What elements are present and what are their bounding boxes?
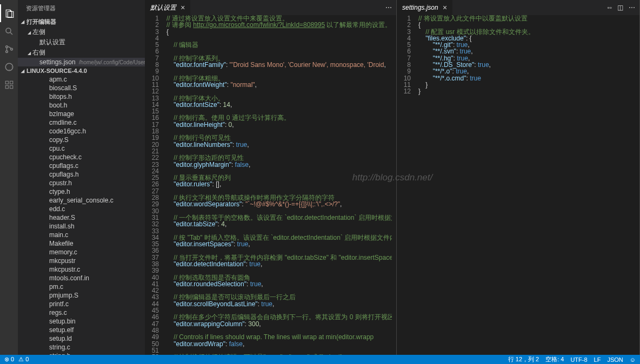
more-icon[interactable]: ⋯ bbox=[629, 4, 635, 11]
file-item[interactable]: code16gcc.h bbox=[18, 127, 145, 136]
code-area-left[interactable]: 1234567891011121314151617181920212223242… bbox=[145, 15, 396, 355]
file-item[interactable]: bitops.h bbox=[18, 92, 145, 101]
file-item[interactable]: bzImage bbox=[18, 110, 145, 118]
errors-count[interactable]: ⊗ 0 bbox=[4, 356, 14, 363]
open-editor-item[interactable]: 默认设置 bbox=[18, 37, 145, 48]
open-preview-icon[interactable]: ▫▫ bbox=[607, 4, 612, 11]
tabs-right: settings.json× ▫▫ ◫ ⋯ bbox=[397, 0, 639, 15]
cursor-position[interactable]: 行 12，列 2 bbox=[508, 355, 539, 363]
tabs-left: 默认设置× ⋯ bbox=[145, 0, 396, 15]
file-item[interactable]: printf.c bbox=[18, 300, 145, 308]
sidebar: 资源管理器 ◢打开编辑器 ◢ 左侧默认设置◢ 右侧settings.json /… bbox=[18, 0, 145, 364]
folder-name: LINUX-SOURCE-4.4.0 bbox=[26, 68, 87, 74]
code-area-right[interactable]: 123456789101112 // 将设置放入此文件中以覆盖默认设置{ // … bbox=[397, 15, 639, 355]
file-item[interactable]: setup.bin bbox=[18, 317, 145, 326]
files-icon[interactable] bbox=[0, 4, 18, 22]
file-item[interactable]: memory.c bbox=[18, 248, 145, 257]
more-icon[interactable]: ⋯ bbox=[385, 4, 392, 11]
file-item[interactable]: cpuflags.h bbox=[18, 170, 145, 179]
editor-group[interactable]: ◢ 右侧 bbox=[18, 48, 145, 58]
tab-default-settings[interactable]: 默认设置× bbox=[145, 0, 191, 15]
svg-point-1 bbox=[5, 45, 8, 48]
chevron-down-icon: ◢ bbox=[21, 69, 24, 73]
tab-label: settings.json bbox=[402, 4, 438, 11]
split-editor-icon[interactable]: ◫ bbox=[617, 4, 623, 11]
editor-pane-left: 默认设置× ⋯ 12345678910111213141516171819202… bbox=[145, 0, 397, 355]
activity-bar bbox=[0, 0, 18, 364]
git-icon[interactable] bbox=[0, 40, 18, 58]
file-item[interactable]: cpuflags.c bbox=[18, 161, 145, 170]
debug-icon[interactable] bbox=[0, 58, 18, 76]
chevron-down-icon: ◢ bbox=[21, 19, 24, 24]
svg-point-0 bbox=[6, 28, 11, 33]
folder-header[interactable]: ◢LINUX-SOURCE-4.4.0 bbox=[18, 66, 145, 75]
tab-label: 默认设置 bbox=[150, 3, 176, 12]
editor-group[interactable]: ◢ 左侧 bbox=[18, 27, 145, 37]
file-item[interactable]: pmjump.S bbox=[18, 291, 145, 300]
file-item[interactable]: copy.S bbox=[18, 136, 145, 144]
open-editor-item[interactable]: settings.json /home/jw/.config/Code/User bbox=[18, 58, 145, 66]
file-item[interactable]: setup.elf bbox=[18, 326, 145, 334]
file-item[interactable]: cpustr.h bbox=[18, 179, 145, 187]
close-icon[interactable]: × bbox=[181, 3, 185, 12]
extensions-icon[interactable] bbox=[0, 76, 18, 93]
encoding[interactable]: UTF-8 bbox=[570, 356, 587, 363]
eol[interactable]: LF bbox=[594, 356, 601, 363]
open-editors-label: 打开编辑器 bbox=[26, 18, 56, 26]
file-item[interactable]: early_serial_console.c bbox=[18, 196, 145, 205]
indentation[interactable]: 空格: 4 bbox=[545, 355, 564, 363]
search-icon[interactable] bbox=[0, 22, 18, 40]
file-item[interactable]: Makefile bbox=[18, 239, 145, 248]
file-item[interactable]: setup.ld bbox=[18, 334, 145, 343]
file-item[interactable]: install.sh bbox=[18, 222, 145, 231]
language-mode[interactable]: JSON bbox=[607, 356, 623, 363]
file-item[interactable]: mkcpustr.c bbox=[18, 265, 145, 274]
file-item[interactable]: bioscall.S bbox=[18, 84, 145, 92]
tab-actions: ⋯ bbox=[381, 0, 396, 15]
tab-settings-json[interactable]: settings.json× bbox=[397, 0, 453, 15]
editor-pane-right: settings.json× ▫▫ ◫ ⋯ 123456789101112 //… bbox=[397, 0, 640, 355]
svg-rect-6 bbox=[5, 85, 8, 88]
file-item[interactable]: cpu.c bbox=[18, 144, 145, 153]
sidebar-title: 资源管理器 bbox=[18, 0, 145, 17]
file-item[interactable]: cmdline.c bbox=[18, 118, 145, 127]
file-item[interactable]: header.S bbox=[18, 213, 145, 222]
file-item[interactable]: mkcpustr bbox=[18, 257, 145, 265]
file-item[interactable]: ctype.h bbox=[18, 187, 145, 196]
status-bar: ⊗ 0 ⚠ 0 行 12，列 2 空格: 4 UTF-8 LF JSON ☺ bbox=[0, 355, 640, 364]
feedback-icon[interactable]: ☺ bbox=[630, 356, 636, 363]
file-item[interactable]: string.c bbox=[18, 343, 145, 352]
open-editors-header[interactable]: ◢打开编辑器 bbox=[18, 17, 145, 27]
file-item[interactable]: mtools.conf.in bbox=[18, 274, 145, 282]
warnings-count[interactable]: ⚠ 0 bbox=[18, 356, 29, 363]
file-item[interactable]: pm.c bbox=[18, 282, 145, 291]
tab-actions: ▫▫ ◫ ⋯ bbox=[603, 0, 639, 15]
svg-rect-5 bbox=[5, 81, 8, 84]
svg-rect-8 bbox=[10, 81, 12, 84]
file-item[interactable]: cpucheck.c bbox=[18, 153, 145, 161]
file-item[interactable]: apm.c bbox=[18, 75, 145, 84]
file-item[interactable]: main.c bbox=[18, 231, 145, 239]
file-item[interactable]: boot.h bbox=[18, 101, 145, 110]
file-item[interactable]: regs.c bbox=[18, 308, 145, 317]
svg-rect-7 bbox=[10, 85, 12, 88]
file-list[interactable]: apm.cbioscall.Sbitops.hboot.hbzImagecmdl… bbox=[18, 75, 145, 364]
svg-point-2 bbox=[5, 50, 8, 52]
close-icon[interactable]: × bbox=[443, 3, 447, 12]
file-item[interactable]: edd.c bbox=[18, 205, 145, 213]
